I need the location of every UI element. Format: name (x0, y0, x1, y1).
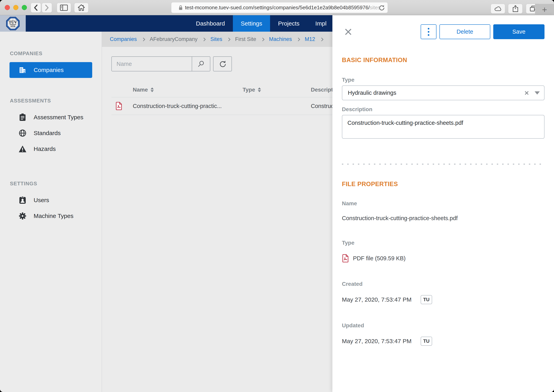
close-window-button[interactable] (5, 5, 10, 10)
back-icon (33, 4, 38, 11)
file-properties-heading: FILE PROPERTIES (342, 181, 545, 188)
type-property-row: PDF file (509.59 KB) (342, 254, 545, 263)
close-panel-button[interactable] (343, 27, 353, 37)
panel-actions: Delete Save (421, 24, 545, 39)
pdf-file-icon (342, 254, 349, 263)
sidebar-section-settings: SETTINGS (10, 181, 102, 187)
file-detail-panel: Delete Save BASIC INFORMATION Type Hydra… (332, 15, 554, 392)
kebab-icon (428, 28, 429, 29)
search-input[interactable] (112, 57, 192, 71)
share-icon (512, 5, 518, 12)
name-property-value: Construction-truck-cutting-practice-shee… (342, 215, 545, 222)
panel-header: Delete Save (342, 24, 545, 39)
back-button[interactable] (31, 3, 41, 13)
created-property-row: May 27, 2020, 7:53:47 PM TU (342, 295, 545, 304)
nav-tab-projects[interactable]: Projects (270, 15, 307, 32)
column-header-name[interactable]: Name (133, 87, 148, 93)
lock-icon (179, 5, 183, 10)
sidebar-item-assessment-types[interactable]: Assessment Types (0, 109, 102, 125)
dropdown-caret-icon[interactable] (535, 91, 540, 95)
breadcrumb-machine[interactable]: M12 (305, 36, 315, 42)
sidebar-section-assessments: ASSESSMENTS (10, 98, 102, 104)
sidebar-item-label: Assessment Types (34, 114, 83, 121)
globe-icon (18, 129, 27, 137)
delete-button[interactable]: Delete (440, 24, 490, 39)
clear-icon[interactable] (524, 91, 529, 95)
user-initials-badge: TU (421, 337, 432, 346)
zoom-window-button[interactable] (22, 5, 27, 10)
breadcrumb-companies[interactable]: Companies (110, 36, 137, 42)
sidebar-icon (60, 5, 68, 11)
dotted-divider (342, 164, 545, 165)
description-textarea[interactable]: Construction-truck-cutting-practice-shee… (342, 115, 545, 139)
new-tab-button[interactable]: + (535, 4, 554, 15)
sidebar: COMPANIES Companies ASSESSMENTS Assessme… (0, 32, 102, 392)
updated-property-row: May 27, 2020, 7:53:47 PM TU (342, 337, 545, 346)
file-name-cell: Construction-truck-cutting-practic... (133, 103, 222, 109)
search-button[interactable] (192, 57, 210, 71)
forward-button[interactable] (42, 3, 52, 13)
sidebar-item-standards[interactable]: Standards (0, 125, 102, 141)
chevron-right-icon (202, 38, 206, 41)
type-select[interactable]: Hydraulic drawings (342, 85, 545, 100)
breadcrumb-sites[interactable]: Sites (210, 36, 222, 42)
chevron-right-icon (261, 38, 264, 41)
chevron-right-icon (297, 38, 300, 41)
plus-icon: + (542, 5, 547, 14)
chevron-right-icon (320, 38, 323, 41)
home-button[interactable] (74, 3, 88, 13)
nav-tab-settings[interactable]: Settings (233, 15, 270, 32)
user-badge-icon (18, 196, 27, 204)
app-logo[interactable]: TÜV SÜD (0, 15, 26, 32)
type-field-label: Type (342, 77, 545, 83)
browser-toolbar: test-mcomone.tuev-sued.com/settings/comp… (0, 0, 554, 15)
save-button[interactable]: Save (493, 24, 545, 39)
type-select-value: Hydraulic drawings (348, 90, 524, 96)
sidebar-item-users[interactable]: Users (0, 192, 102, 208)
forward-icon (44, 4, 50, 11)
column-header-type[interactable]: Type (242, 87, 255, 93)
svg-text:TÜV: TÜV (9, 20, 17, 24)
sidebar-item-label: Hazards (34, 146, 56, 152)
search-icon (198, 60, 205, 67)
updated-property-value: May 27, 2020, 7:53:47 PM (342, 338, 412, 344)
sidebar-item-hazards[interactable]: Hazards (0, 141, 102, 157)
sidebar-item-label: Companies (34, 67, 64, 73)
tuv-sued-logo-icon: TÜV SÜD (6, 16, 20, 31)
url-text: test-mcomone.tuev-sued.com/settings/comp… (185, 5, 380, 11)
more-options-button[interactable] (421, 24, 436, 39)
name-property-label: Name (342, 200, 545, 207)
sidebar-toggle-button[interactable] (57, 3, 71, 13)
search-input-group (111, 56, 210, 71)
nav-tab-implementation[interactable]: Impl (307, 15, 334, 32)
chevron-right-icon (227, 38, 230, 41)
breadcrumb-machines[interactable]: Machines (269, 36, 292, 42)
sidebar-item-machine-types[interactable]: Machine Types (0, 208, 102, 224)
reload-icon[interactable] (378, 5, 384, 11)
address-bar[interactable]: test-mcomone.tuev-sued.com/settings/comp… (171, 2, 388, 13)
window-controls (5, 5, 27, 10)
type-property-value: PDF file (509.59 KB) (353, 255, 406, 262)
close-icon (344, 28, 352, 35)
nav-tab-dashboard[interactable]: Dashboard (188, 15, 233, 32)
sidebar-item-label: Standards (34, 130, 61, 136)
minimize-window-button[interactable] (13, 5, 18, 10)
sidebar-item-companies[interactable]: Companies (9, 62, 92, 78)
refresh-icon (219, 60, 226, 68)
sort-icon[interactable] (150, 87, 154, 92)
breadcrumb-site: First Site (235, 36, 256, 42)
gear-icon (18, 212, 27, 220)
refresh-button[interactable] (213, 56, 232, 71)
share-button[interactable] (508, 4, 523, 14)
chevron-right-icon (142, 38, 145, 41)
created-property-label: Created (342, 281, 545, 287)
clipboard-icon (18, 113, 27, 121)
basic-information-heading: BASIC INFORMATION (342, 56, 545, 64)
user-initials-badge: TU (421, 295, 432, 304)
warning-triangle-icon (18, 145, 27, 153)
sort-icon[interactable] (258, 87, 261, 92)
home-icon (78, 4, 85, 11)
type-property-label: Type (342, 240, 545, 246)
icloud-tabs-button[interactable] (491, 4, 505, 14)
building-icon (18, 66, 27, 74)
